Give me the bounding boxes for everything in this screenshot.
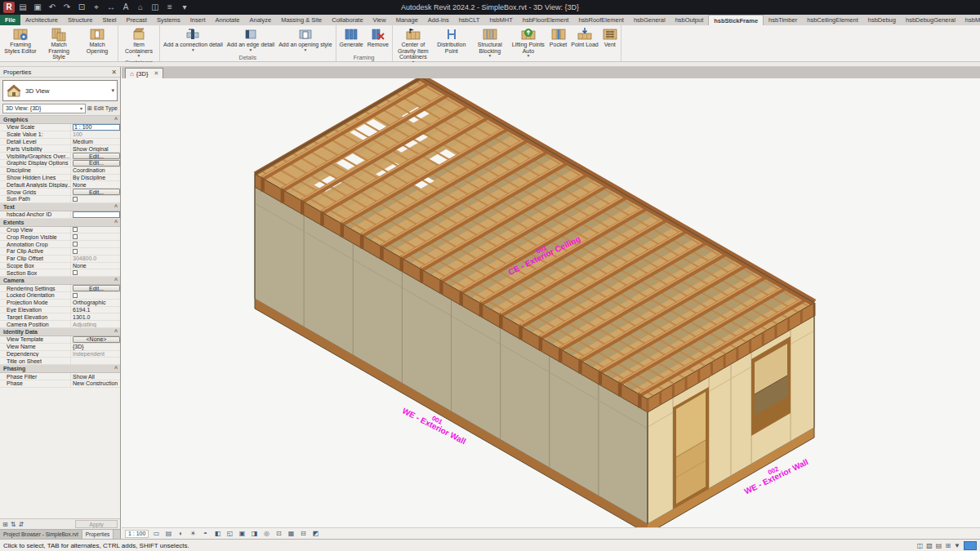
sort-ascending-icon[interactable]: ⇅ <box>11 521 16 528</box>
add-an-opening-style-button[interactable]: Add an opening style▾ <box>277 26 333 53</box>
distribution-point-button[interactable]: Distribution Point <box>433 26 470 55</box>
prop-value[interactable]: 6194.1 <box>70 307 120 313</box>
view-tab-3d[interactable]: ⌂ {3D} ✕ <box>125 68 163 78</box>
detail-level-icon[interactable]: ▤ <box>163 530 173 537</box>
apply-button[interactable]: Apply <box>75 520 118 528</box>
view-scale-input[interactable]: 1 : 100 <box>73 124 120 131</box>
close-properties-icon[interactable]: ✕ <box>111 69 117 76</box>
ribbon-tab-collaborate[interactable]: Collaborate <box>327 15 368 25</box>
worksets-icon[interactable]: ◫ <box>917 542 924 549</box>
checkbox[interactable] <box>73 293 78 298</box>
customize-qat-icon[interactable]: ▾ <box>178 1 191 14</box>
collapse-icon[interactable]: ^ <box>114 204 118 210</box>
reveal-hidden-icon[interactable]: ◎ <box>261 530 271 537</box>
framing-styles-editor-button[interactable]: Framing Styles Editor <box>2 26 39 55</box>
view-template-edit-button[interactable]: <None> <box>73 336 120 343</box>
properties-help-icon[interactable]: ⊞ <box>2 521 8 528</box>
worksharing-display-icon[interactable]: ⊡ <box>274 530 283 537</box>
ribbon-tab-hsbmodel[interactable]: hsbModel <box>960 15 980 25</box>
prop-value[interactable]: 100 <box>70 131 120 138</box>
temporary-view-properties-icon[interactable]: ▦ <box>286 530 296 537</box>
edit-type-button[interactable]: ⊞ Edit Type <box>87 105 118 112</box>
ribbon-tab-structure[interactable]: Structure <box>63 15 97 25</box>
design-options-icon[interactable]: ▧ <box>926 542 933 549</box>
vent-button[interactable]: Vent <box>601 26 619 49</box>
checkbox[interactable] <box>73 270 78 275</box>
main-model-icon[interactable]: ▤ <box>936 542 942 549</box>
exclude-options-icon[interactable]: ⊞ <box>945 542 951 549</box>
ribbon-tab-hsbstickframe[interactable]: hsbStickFrame <box>708 15 764 25</box>
tab-properties[interactable]: Properties <box>82 530 114 539</box>
aligned-dimension-icon[interactable]: ↔ <box>105 1 118 14</box>
add-an-edge-detail-button[interactable]: Add an edge detail▾ <box>225 26 276 53</box>
section-phasing[interactable]: Phasing^ <box>0 365 120 373</box>
ribbon-tab-hsbfloorelement[interactable]: hsbFloorElement <box>518 15 574 25</box>
selection-toggle[interactable] <box>964 541 977 550</box>
prop-value[interactable]: None <box>70 181 120 188</box>
section-icon[interactable]: ◫ <box>149 1 162 14</box>
filter-icon[interactable]: ▼ <box>954 542 960 549</box>
prop-value[interactable]: New Construction <box>70 380 120 387</box>
ribbon-tab-hsbdebuggeneral[interactable]: hsbDebugGeneral <box>901 15 960 25</box>
sun-path-icon[interactable]: ☀ <box>188 530 198 537</box>
scale-control[interactable]: ▭ <box>151 530 161 537</box>
rendering-dialog-icon[interactable]: ◧ <box>212 530 222 537</box>
text-note-icon[interactable]: A <box>119 1 132 14</box>
prop-value[interactable] <box>70 358 120 364</box>
point-load-button[interactable]: Point Load <box>569 26 599 49</box>
ribbon-tab-view[interactable]: View <box>368 15 391 25</box>
ribbon-tab-hsbroofelement[interactable]: hsbRoofElement <box>573 15 628 25</box>
prop-value[interactable]: Coordination <box>70 167 120 174</box>
graphic-display-options-edit-button[interactable]: Edit... <box>73 160 120 167</box>
shadows-icon[interactable]: ◓ <box>200 530 210 537</box>
prop-value[interactable]: 304800.0 <box>70 256 120 262</box>
checkbox[interactable] <box>73 234 78 239</box>
section-camera[interactable]: Camera^ <box>0 277 120 285</box>
checkbox[interactable] <box>73 249 78 254</box>
item-containers-button[interactable]: Item Containers▾ <box>120 26 158 59</box>
3d-viewport[interactable]: 001CE - Exterior Ceiling001WE - Exterior… <box>122 78 980 527</box>
pocket-button[interactable]: Pocket <box>548 26 568 49</box>
ribbon-tab-manage[interactable]: Manage <box>391 15 423 25</box>
collapse-icon[interactable]: ^ <box>114 329 118 335</box>
temporary-hide-isolate-icon[interactable]: ◨ <box>249 530 259 537</box>
section-graphics[interactable]: Graphics^ <box>0 116 120 124</box>
measure-icon[interactable]: ⌖ <box>90 1 103 14</box>
print-icon[interactable]: ⊡ <box>75 1 88 14</box>
collapse-icon[interactable]: ^ <box>114 220 118 225</box>
show-grids-edit-button[interactable]: Edit... <box>73 189 120 195</box>
prop-value[interactable]: Orthographic <box>70 300 120 306</box>
remove-button[interactable]: Remove <box>366 26 390 49</box>
close-view-icon[interactable]: ✕ <box>154 70 158 77</box>
ribbon-tab-hsbceilingelement[interactable]: hsbCeilingElement <box>802 15 863 25</box>
ribbon-tab-add-ins[interactable]: Add-Ins <box>423 15 454 25</box>
type-selector[interactable]: 3D View ▾ <box>2 80 118 101</box>
generate-button[interactable]: Generate <box>338 26 365 49</box>
open-icon[interactable]: ▤ <box>16 1 29 14</box>
section-text[interactable]: Text^ <box>0 203 120 211</box>
prop-value[interactable]: {3D} <box>70 344 120 350</box>
center-of-gravity-item-containers-button[interactable]: Center of Gravity Item Containers▾ <box>394 26 432 65</box>
thin-lines-icon[interactable]: ≡ <box>163 1 176 14</box>
chevron-down-icon[interactable]: ▾ <box>111 87 114 94</box>
checkbox[interactable] <box>73 227 78 232</box>
match-framing-style-button[interactable]: Match Framing Style <box>40 26 78 61</box>
prop-value[interactable]: Adjusting <box>70 321 120 327</box>
ribbon-tab-file[interactable]: File <box>0 15 20 25</box>
sort-descending-icon[interactable]: ⇵ <box>18 521 24 528</box>
collapse-icon[interactable]: ^ <box>114 117 118 122</box>
prop-value[interactable]: None <box>70 263 120 269</box>
ribbon-tab-systems[interactable]: Systems <box>152 15 185 25</box>
ribbon-tab-architecture[interactable]: Architecture <box>20 15 63 25</box>
ribbon-tab-hsboutput[interactable]: hsbOutput <box>670 15 709 25</box>
prop-value[interactable]: Medium <box>70 139 120 145</box>
constraints-icon[interactable]: ◩ <box>310 530 320 537</box>
scale-control[interactable]: 1 : 100 <box>125 530 149 538</box>
displace-elements-icon[interactable]: ⊟ <box>298 530 308 537</box>
ribbon-tab-hsbgeneral[interactable]: hsbGeneral <box>629 15 670 25</box>
structural-blocking-button[interactable]: Structural Blocking▾ <box>471 26 509 59</box>
ribbon-tab-massing-site[interactable]: Massing & Site <box>276 15 327 25</box>
ribbon-tab-hsbtimber[interactable]: hsbTimber <box>764 15 802 25</box>
checkbox[interactable] <box>73 242 78 247</box>
checkbox[interactable] <box>73 197 78 202</box>
